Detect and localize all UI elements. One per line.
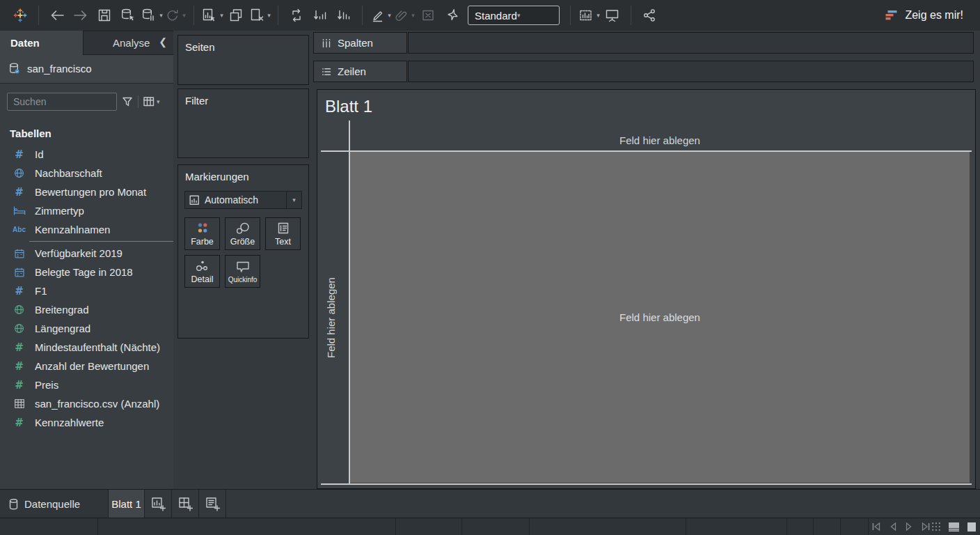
pane-tabs: Daten Analyse ❮: [0, 31, 173, 55]
sort-ascending-button[interactable]: [308, 4, 332, 26]
field-item[interactable]: # Bewertungen pro Monat: [0, 183, 173, 201]
field-item[interactable]: # Preis: [0, 375, 173, 394]
search-input[interactable]: [7, 93, 117, 111]
pages-shelf[interactable]: Seiten: [177, 35, 309, 85]
field-item[interactable]: # Mindestaufenthalt (Nächte): [0, 338, 173, 357]
fit-mode-select[interactable]: Standard ▾: [468, 6, 560, 25]
field-item[interactable]: Zimmertyp: [0, 201, 173, 220]
back-button[interactable]: [45, 4, 69, 26]
column-header-drop-zone[interactable]: Feld hier ablegen: [350, 130, 970, 150]
toolbar-separator: [631, 6, 631, 25]
number-icon: #: [9, 341, 29, 354]
save-button[interactable]: [93, 4, 116, 26]
new-worksheet-icon: [151, 497, 166, 511]
tooltip-button[interactable]: Quickinfo: [225, 255, 260, 288]
field-item[interactable]: # F1: [0, 281, 173, 300]
field-item[interactable]: # Id: [0, 145, 173, 164]
field-item[interactable]: # Kennzahlwerte: [0, 413, 173, 432]
new-worksheet-button[interactable]: ▾: [200, 4, 224, 26]
field-label: Längengrad: [35, 323, 90, 334]
row-header-drop-zone[interactable]: Feld hier ablegen: [325, 153, 337, 483]
dropdown-caret-icon[interactable]: ▾: [157, 99, 160, 105]
new-datasource-button[interactable]: [116, 4, 140, 26]
view-options-icon[interactable]: ▾: [143, 97, 160, 107]
tab-analytics[interactable]: Analyse ❮: [83, 31, 173, 55]
statusbar-separator: [868, 518, 869, 535]
clear-sheet-button[interactable]: ▾: [248, 4, 271, 26]
share-button[interactable]: [638, 4, 661, 26]
mark-type-caret[interactable]: ▾: [286, 192, 301, 208]
field-item[interactable]: san_francisco.csv (Anzahl): [0, 394, 173, 413]
field-label: Breitengrad: [35, 304, 89, 316]
new-dashboard-tab-button[interactable]: [172, 490, 199, 518]
dropdown-caret-icon[interactable]: ▾: [267, 13, 271, 19]
datasource-item[interactable]: san_francisco: [0, 55, 173, 82]
datasource-name: san_francisco: [27, 63, 92, 75]
datasource-tab[interactable]: Datenquelle: [0, 490, 109, 518]
field-item[interactable]: Belegte Tage in 2018: [0, 263, 173, 281]
bed-icon: [9, 206, 29, 215]
rows-shelf-label: Zeilen: [313, 61, 407, 82]
mark-type-select[interactable]: Automatisch ▾: [184, 191, 302, 209]
rows-shelf-dropzone[interactable]: [408, 61, 974, 82]
field-item[interactable]: Verfügbarkeit 2019: [0, 244, 173, 263]
presentation-mode-button[interactable]: [601, 4, 624, 26]
dropdown-caret-icon: ▾: [182, 13, 186, 19]
tableau-logo-icon[interactable]: [8, 4, 32, 26]
tab-data[interactable]: Daten: [0, 31, 83, 55]
dropdown-caret-icon[interactable]: ▾: [220, 13, 223, 19]
field-item[interactable]: Abc Kennzahlnamen: [0, 220, 173, 239]
columns-shelf-dropzone[interactable]: [408, 32, 974, 54]
canvas-drop-zone[interactable]: Feld hier ablegen: [350, 152, 970, 483]
field-item[interactable]: Breitengrad: [0, 300, 173, 319]
dropdown-caret-icon[interactable]: ▾: [517, 13, 553, 19]
calendar-icon: [9, 268, 29, 277]
first-sheet-button[interactable]: [871, 522, 880, 531]
swap-rows-columns-button[interactable]: [285, 4, 308, 26]
pause-auto-updates-button[interactable]: ▾: [140, 4, 164, 26]
field-item[interactable]: Längengrad: [0, 319, 173, 338]
collapse-pane-icon[interactable]: ❮: [159, 36, 167, 47]
dropdown-caret-icon[interactable]: ▾: [388, 13, 391, 19]
detail-button[interactable]: Detail: [184, 255, 220, 288]
filter-fields-icon[interactable]: [122, 96, 133, 107]
database-icon: [9, 63, 20, 75]
next-sheet-button[interactable]: [906, 522, 912, 531]
dropdown-caret-icon: ▾: [411, 13, 415, 19]
number-icon: #: [9, 186, 29, 199]
tabs-view-icon[interactable]: [967, 522, 977, 532]
highlight-pen-button[interactable]: ▾: [369, 4, 393, 26]
data-pane: Daten Analyse ❮ san_francisco: [0, 31, 174, 490]
mark-type-value: Automatisch: [205, 194, 258, 206]
last-sheet-button[interactable]: [922, 522, 931, 531]
color-button[interactable]: Farbe: [184, 217, 220, 250]
marks-card-title: Markierungen: [178, 165, 308, 185]
new-story-tab-button[interactable]: [199, 490, 226, 518]
dropdown-caret-icon[interactable]: ▾: [596, 13, 600, 19]
new-worksheet-tab-button[interactable]: [145, 490, 172, 518]
dropdown-caret-icon[interactable]: ▾: [159, 13, 163, 19]
rows-shelf-row: Zeilen: [313, 61, 974, 82]
sheet-sorter-icon[interactable]: [931, 522, 941, 532]
globe-icon: [9, 168, 29, 178]
new-story-icon: [205, 497, 220, 511]
sheet-tab-active[interactable]: Blatt 1: [109, 490, 145, 518]
fix-axes-button[interactable]: [440, 4, 464, 26]
sheet-title[interactable]: Blatt 1: [325, 97, 372, 116]
tab-analytics-label: Analyse: [113, 37, 150, 49]
field-item[interactable]: Nachbarschaft: [0, 164, 173, 183]
toolbar-separator: [278, 6, 278, 25]
text-button[interactable]: Text: [265, 217, 301, 250]
duplicate-button[interactable]: [224, 4, 248, 26]
field-item[interactable]: # Anzahl der Bewertungen: [0, 357, 173, 375]
size-button[interactable]: Größe: [225, 217, 260, 250]
toolbar-separator: [193, 6, 194, 25]
previous-sheet-button[interactable]: [890, 522, 896, 531]
show-me-button[interactable]: Zeig es mir!: [885, 9, 972, 22]
filters-shelf[interactable]: Filter: [177, 88, 309, 158]
sort-descending-button[interactable]: [332, 4, 356, 26]
forward-button[interactable]: [69, 4, 93, 26]
calendar-icon: [9, 249, 29, 258]
filmstrip-view-icon[interactable]: [948, 522, 960, 532]
show-hide-cards-button[interactable]: ▾: [577, 4, 601, 26]
